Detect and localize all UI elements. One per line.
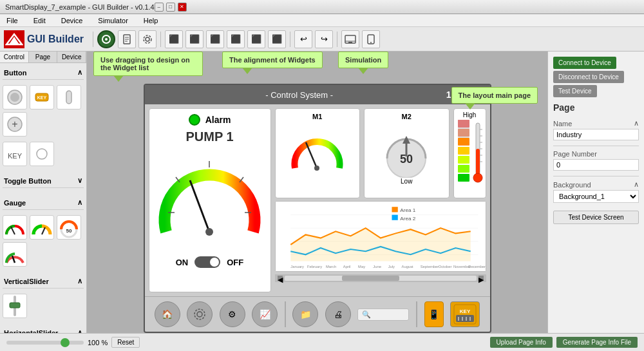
widget-rect-button[interactable]: KEY (30, 85, 54, 109)
prop-name-section: Name ∧ (553, 119, 639, 140)
footer-key-btn[interactable]: KEY (450, 301, 480, 327)
footer-settings-btn[interactable] (187, 301, 213, 327)
title-bar-text: SmartDisplay_7_example - GUI Builder - v… (5, 3, 155, 11)
cs-gauge-panel: Alarm PUMP 1 (149, 108, 271, 292)
footer-search-bar[interactable]: 🔍 (357, 308, 409, 321)
widget-round-button[interactable] (3, 85, 27, 109)
minimize-button[interactable]: – (155, 3, 164, 12)
reset-button[interactable]: Reset (111, 337, 140, 348)
disconnect-device-button[interactable]: Disconnect to Device (553, 71, 624, 83)
settings-button[interactable] (138, 30, 156, 48)
menu-simulator[interactable]: Simulator (95, 15, 130, 26)
footer-phone-btn[interactable]: 📱 (424, 301, 444, 327)
footer-chart-btn[interactable]: 📈 (252, 301, 278, 327)
gauge-section-header[interactable]: Gauge ∧ (3, 196, 84, 210)
tab-page[interactable]: Page (29, 52, 58, 62)
widget-plus-button[interactable]: + (3, 112, 27, 137)
generate-page-info-button[interactable]: Generate Page Info File (556, 337, 638, 348)
menu-help[interactable]: Help (141, 15, 161, 26)
undo-button[interactable]: ↩ (294, 30, 312, 48)
prop-collapse-icon[interactable]: ∧ (634, 119, 639, 128)
upload-page-info-button[interactable]: Upload Page Info (490, 337, 553, 348)
close-button[interactable]: ✕ (178, 3, 187, 12)
vslider-section: VerticalSlider ∧ (0, 272, 86, 323)
toolbar: GUI Builder ⬛ ⬛ ⬛ ⬛ ⬛ ⬛ ↩ ↪ (0, 27, 644, 52)
name-input[interactable] (553, 129, 639, 140)
widget-key-button[interactable]: KEY (3, 142, 27, 166)
toggle-switch[interactable] (194, 256, 220, 268)
widget-design-button[interactable] (97, 30, 115, 48)
prop-background-label: Background ∧ (553, 180, 639, 189)
logo-area: GUI Builder (4, 30, 84, 48)
menu-file[interactable]: File (4, 15, 21, 26)
svg-text:June: June (373, 265, 381, 269)
search-icon: 🔍 (362, 310, 371, 319)
zoom-thumb[interactable] (61, 338, 70, 347)
svg-line-38 (306, 142, 317, 168)
svg-point-9 (144, 35, 151, 43)
alarm-indicator: Alarm (189, 114, 231, 126)
hslider-collapse-icon[interactable]: ∧ (77, 328, 82, 333)
align-left-button[interactable]: ⬛ (165, 30, 183, 48)
background-select[interactable]: Background_1 (553, 190, 639, 203)
callout-layout: The layout main page (451, 87, 538, 104)
scroll-right-btn[interactable]: ▶ (478, 276, 484, 281)
align-center-button[interactable]: ⬛ (185, 30, 204, 48)
svg-text:December: December (468, 265, 486, 269)
redo-button[interactable]: ↪ (315, 30, 333, 48)
button-collapse-icon[interactable]: ∧ (77, 68, 82, 77)
prop-bg-collapse-icon[interactable]: ∧ (634, 180, 639, 189)
svg-point-14 (370, 42, 372, 43)
footer-folder-btn[interactable]: 📁 (292, 301, 318, 327)
footer-gear-btn[interactable]: ⚙ (220, 301, 245, 327)
button-section-header[interactable]: Button ∧ (3, 66, 84, 80)
vbar-gauge-panel: High (453, 108, 486, 198)
widget-vslider[interactable] (3, 294, 27, 318)
phone-view-button[interactable] (362, 30, 380, 48)
align-bottom-button[interactable]: ⬛ (247, 30, 265, 48)
widget-gauge-3[interactable]: 50 (57, 215, 81, 240)
svg-point-83 (194, 309, 205, 319)
toggle-section-header[interactable]: Toggle Button ∨ (3, 174, 84, 188)
toolbar-separator-4 (337, 32, 337, 47)
widget-gauge-4[interactable] (3, 242, 27, 267)
footer-home-btn[interactable]: 🏠 (155, 301, 180, 327)
toolbar-separator-1 (93, 32, 93, 47)
test-device-button[interactable]: Test Device (553, 85, 597, 97)
logo-text: GUI Builder (27, 33, 84, 45)
maximize-button[interactable]: □ (166, 3, 175, 12)
device-view-button[interactable] (341, 30, 359, 48)
scroll-track[interactable] (285, 276, 477, 281)
widget-circle-button[interactable] (30, 142, 54, 166)
vslider-section-header[interactable]: VerticalSlider ∧ (3, 274, 84, 289)
hslider-section-header[interactable]: HorizontalSlider ∧ (3, 326, 84, 333)
svg-rect-48 (458, 156, 469, 164)
widget-gauge-1[interactable] (3, 215, 27, 240)
connect-device-button[interactable]: Connect to Device (553, 57, 616, 69)
scroll-left-btn[interactable]: ◀ (278, 276, 283, 281)
menu-edit[interactable]: Edit (31, 15, 48, 26)
cs-scrollbar[interactable]: ◀ ▶ (275, 274, 486, 282)
widget-rounded-button[interactable] (57, 85, 81, 109)
vslider-collapse-icon[interactable]: ∧ (77, 277, 82, 285)
scroll-thumb[interactable] (342, 276, 399, 281)
gauge-collapse-icon[interactable]: ∧ (77, 198, 82, 207)
svg-rect-66 (392, 207, 397, 212)
toggle-collapse-icon[interactable]: ∨ (77, 176, 82, 185)
footer-print-btn[interactable]: 🖨 (325, 301, 351, 327)
align-right-button[interactable]: ⬛ (206, 30, 224, 48)
align-top-button[interactable]: ⬛ (227, 30, 245, 48)
svg-rect-19 (66, 91, 71, 104)
prop-background-section: Background ∧ Background_1 (553, 180, 639, 203)
right-panel: Connect to Device Disconnect to Device T… (547, 52, 644, 333)
status-right: Upload Page Info Generate Page Info File (490, 337, 638, 348)
zoom-track[interactable] (6, 341, 84, 345)
menu-device[interactable]: Device (59, 15, 86, 26)
widget-gauge-2[interactable] (30, 215, 54, 240)
test-device-screen-button[interactable]: Test Device Screen (553, 211, 639, 224)
tab-control[interactable]: Control (0, 52, 29, 62)
page-button[interactable] (118, 30, 136, 48)
page-number-input[interactable] (553, 159, 639, 171)
distribute-button[interactable]: ⬛ (268, 30, 286, 48)
tab-device[interactable]: Device (57, 52, 86, 62)
